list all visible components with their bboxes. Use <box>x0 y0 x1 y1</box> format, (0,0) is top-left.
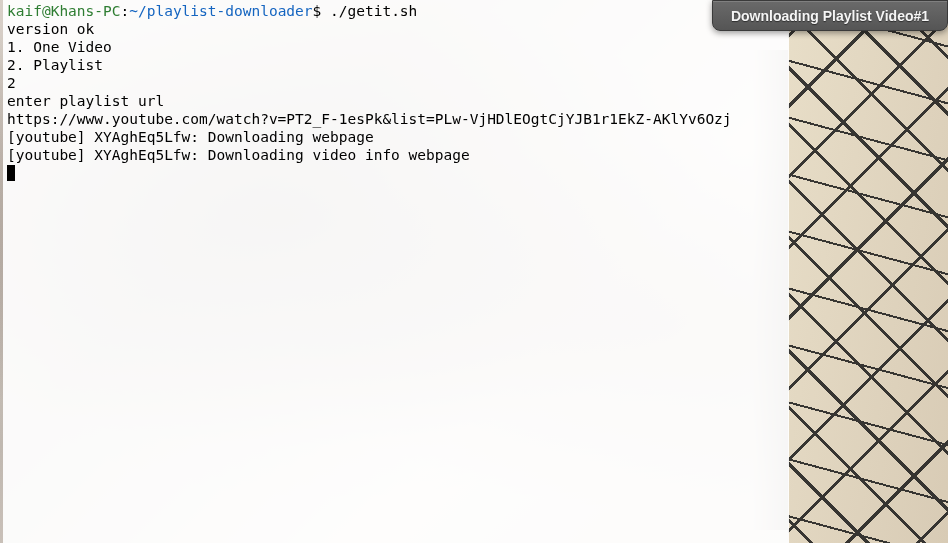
terminal-window[interactable]: kaif@Khans-PC:~/playlist-downloader$ ./g… <box>3 0 789 543</box>
notification-text: Downloading Playlist Video#1 <box>731 8 929 24</box>
terminal-cursor-line <box>7 164 785 182</box>
prompt-user-host: kaif@Khans-PC <box>7 3 121 19</box>
prompt-dollar: $ <box>313 3 330 19</box>
terminal-cursor <box>7 165 15 181</box>
wallpaper-arm-pattern <box>788 0 948 543</box>
terminal-output-line: 1. One Video <box>7 38 785 56</box>
terminal-output-line: [youtube] XYAghEq5Lfw: Downloading video… <box>7 146 785 164</box>
prompt-separator: : <box>121 3 130 19</box>
terminal-output-line: https://www.youtube.com/watch?v=PT2_F-1e… <box>7 110 785 128</box>
terminal-prompt-line: kaif@Khans-PC:~/playlist-downloader$ ./g… <box>7 2 785 20</box>
download-notification[interactable]: Downloading Playlist Video#1 <box>712 0 948 31</box>
terminal-command: ./getit.sh <box>330 3 417 19</box>
prompt-path: ~/playlist-downloader <box>129 3 312 19</box>
terminal-output-line: 2. Playlist <box>7 56 785 74</box>
terminal-output-line: version ok <box>7 20 785 38</box>
terminal-output-line: enter playlist url <box>7 92 785 110</box>
terminal-output-line: [youtube] XYAghEq5Lfw: Downloading webpa… <box>7 128 785 146</box>
terminal-output-line: 2 <box>7 74 785 92</box>
